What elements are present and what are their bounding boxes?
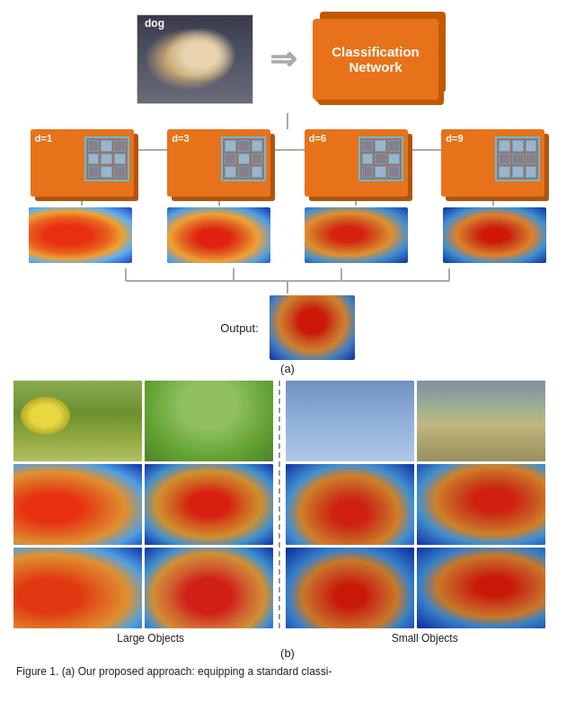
small-objects-label: Small Objects xyxy=(392,632,458,645)
baby-photo-img xyxy=(145,381,273,461)
baby-heatmap-2 xyxy=(145,548,273,628)
label-a: (a) xyxy=(9,362,566,375)
gc xyxy=(362,153,374,165)
runner-photo-img xyxy=(417,381,545,461)
cube-d1-grid xyxy=(84,136,129,181)
cube-d6-grid xyxy=(358,136,403,181)
bird-photo-img xyxy=(13,381,142,461)
baby-heatmap-1 xyxy=(145,464,273,545)
large-top-row xyxy=(13,381,273,461)
gc xyxy=(101,140,112,152)
cube-d6-label: d=6 xyxy=(309,133,326,144)
gc xyxy=(88,166,100,178)
right-arrow-icon: ⇒ xyxy=(270,40,296,78)
gc xyxy=(362,140,374,152)
cube-d9: d=9 xyxy=(441,129,544,197)
small-bot-row xyxy=(286,548,545,628)
heatmap-4 xyxy=(443,207,546,263)
cube-d3-grid xyxy=(221,136,266,181)
vc4 xyxy=(492,197,494,206)
bird-sky-heatmap-1 xyxy=(286,464,414,545)
gc xyxy=(375,166,386,178)
gc xyxy=(225,166,236,178)
label-b: (b) xyxy=(9,646,566,660)
gc xyxy=(114,166,126,178)
cube-d9-grid xyxy=(495,136,540,181)
bird-heatmap-1 xyxy=(13,464,142,545)
output-label: Output: xyxy=(220,321,259,335)
gc xyxy=(114,140,126,152)
gc xyxy=(375,140,386,152)
gc xyxy=(252,166,263,178)
gc xyxy=(388,153,400,165)
classification-network-box: Classification Network xyxy=(313,19,438,100)
cube-d3-label: d=3 xyxy=(172,133,189,144)
output-section: Output: xyxy=(9,295,566,360)
gc xyxy=(388,140,400,152)
heatmaps-row xyxy=(13,207,562,263)
bird-sky-heatmap-2 xyxy=(286,548,414,628)
vc1 xyxy=(81,197,83,206)
cubes-row: d=1 d=3 xyxy=(9,129,566,197)
gc xyxy=(88,153,100,165)
gc xyxy=(512,153,524,165)
gc xyxy=(499,153,510,165)
vc3 xyxy=(355,197,357,206)
small-top-row xyxy=(286,381,545,461)
gc xyxy=(526,153,537,165)
vc2 xyxy=(218,197,220,206)
gc xyxy=(512,166,524,178)
large-mid-row xyxy=(13,464,273,545)
gc xyxy=(238,153,250,165)
gc xyxy=(512,140,524,152)
section-b-labels: Large Objects Small Objects xyxy=(13,632,562,645)
cube-d1: d=1 xyxy=(31,129,134,197)
gc xyxy=(252,153,263,165)
gc xyxy=(114,153,126,165)
cube-d3: d=3 xyxy=(167,129,270,197)
runner-heatmap-2 xyxy=(417,548,545,628)
gc xyxy=(499,140,510,152)
gc xyxy=(101,166,112,178)
gc xyxy=(88,140,100,152)
bracket-section xyxy=(9,267,566,294)
gc xyxy=(375,153,386,165)
large-objects-col xyxy=(13,381,273,628)
output-heatmap xyxy=(270,295,355,360)
figure-caption: Figure 1. (a) Our proposed approach: equ… xyxy=(16,663,559,680)
bird-sky-photo-img xyxy=(286,381,414,461)
gc xyxy=(225,140,236,152)
gc xyxy=(362,166,374,178)
bracket-svg xyxy=(72,267,503,294)
gc xyxy=(252,140,263,152)
gc xyxy=(238,140,250,152)
gc xyxy=(526,166,537,178)
runner-heatmap-1 xyxy=(417,464,545,545)
classification-network-label: Classification Network xyxy=(332,44,420,75)
top-row: dog ⇒ Classification Network xyxy=(9,9,566,104)
gc xyxy=(499,166,510,178)
heatmap-1 xyxy=(29,207,132,263)
gc xyxy=(225,153,236,165)
top-connector xyxy=(9,113,566,129)
gc xyxy=(388,166,400,178)
small-mid-row xyxy=(286,464,545,545)
cube-d1-label: d=1 xyxy=(35,133,52,144)
cube-d6: d=6 xyxy=(305,129,408,197)
bird-heatmap-2 xyxy=(13,548,142,628)
large-objects-label: Large Objects xyxy=(117,632,184,645)
main-container: dog ⇒ Classification Network d=1 xyxy=(0,0,575,692)
gc xyxy=(101,153,112,165)
heatmap-2 xyxy=(167,207,270,263)
cube-connectors xyxy=(9,197,566,206)
large-bot-row xyxy=(13,548,273,628)
vertical-line-top xyxy=(287,113,288,129)
small-objects-col xyxy=(286,381,545,628)
heatmap-3 xyxy=(305,207,408,263)
section-b xyxy=(13,381,562,628)
cube-d9-label: d=9 xyxy=(446,133,463,144)
gc xyxy=(526,140,537,152)
gc xyxy=(238,166,250,178)
dog-image: dog xyxy=(137,14,253,104)
section-divider xyxy=(279,381,280,628)
